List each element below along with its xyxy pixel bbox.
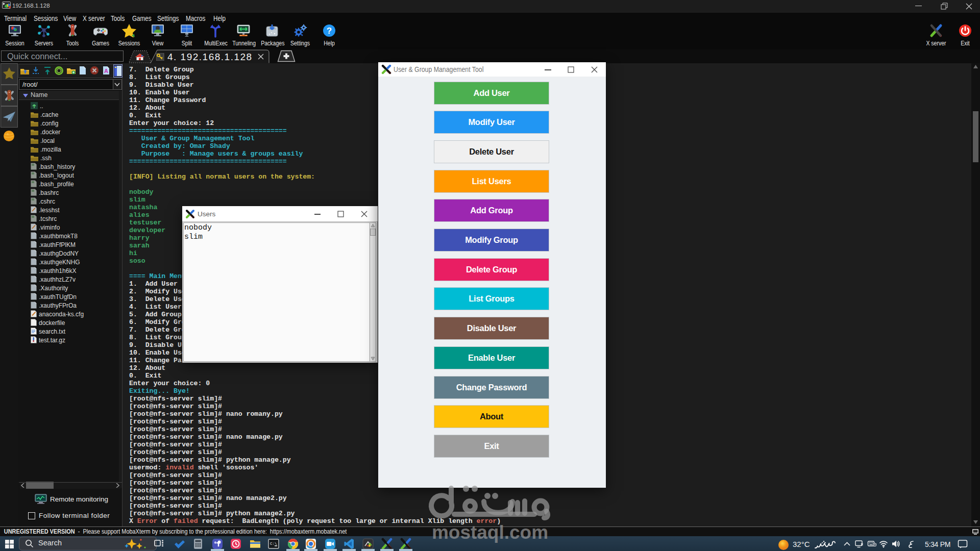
svg-text:C:\: C:\	[270, 542, 277, 546]
svg-text:A: A	[104, 68, 108, 74]
svg-text:?: ?	[327, 26, 332, 36]
